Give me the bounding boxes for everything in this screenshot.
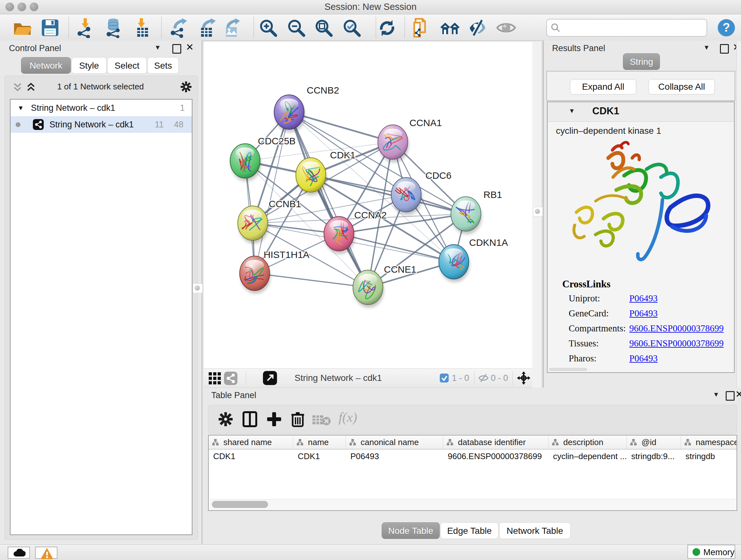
table-hscrollbar[interactable]	[209, 499, 736, 509]
network-node-CDC6[interactable]	[391, 178, 421, 212]
first-neighbors-icon[interactable]	[411, 17, 431, 38]
node-table[interactable]: shared namenamecanonical namedatabase id…	[208, 435, 737, 511]
titlebar: Session: New Session	[0, 0, 741, 14]
table-cell[interactable]: cyclin–dependent ...	[549, 449, 627, 463]
collapse-all-networks-icon[interactable]	[12, 82, 23, 93]
panel-float-icon[interactable]	[172, 44, 181, 54]
import-network-database-icon[interactable]	[104, 17, 124, 38]
hide-selected-eye-slash-icon[interactable]	[468, 17, 488, 38]
zoom-selected-icon[interactable]	[341, 17, 362, 38]
panel-menu-caret-icon[interactable]: ▾	[704, 43, 709, 52]
search-input[interactable]	[546, 19, 707, 37]
show-all-eye-icon[interactable]	[496, 17, 516, 38]
column-header-sharedname[interactable]: shared name	[209, 435, 293, 449]
network-node-CCNB2[interactable]	[274, 95, 304, 129]
network-node-CDC25B[interactable]	[230, 144, 260, 178]
crosslink-value-link[interactable]: P06493	[629, 353, 658, 364]
tab-node-table[interactable]: Node Table	[382, 522, 440, 539]
table-hscrollbar-thumb[interactable]	[212, 501, 268, 508]
column-header-databaseidentifier[interactable]: database identifier	[443, 435, 549, 449]
tree-expand-caret-icon[interactable]: ▼	[17, 100, 24, 116]
left-splitter-handle[interactable]	[193, 284, 202, 293]
table-settings-gear-icon[interactable]	[217, 411, 234, 428]
cloud-status-button[interactable]	[8, 547, 30, 559]
column-header-name[interactable]: name	[293, 435, 346, 449]
string-network-icon	[33, 119, 44, 130]
table-cell[interactable]: 9606.ENSP00000378699	[443, 449, 549, 463]
gene-card-header[interactable]: ▼ CDK1	[548, 102, 734, 122]
network-node-RB1[interactable]	[451, 197, 481, 231]
help-button[interactable]: ?	[717, 18, 737, 39]
selected-checkbox-icon[interactable]	[440, 374, 449, 382]
tab-string[interactable]: String	[623, 53, 660, 70]
tab-sets[interactable]: Sets	[147, 57, 179, 74]
tab-style[interactable]: Style	[71, 57, 107, 74]
network-node-CCNA1[interactable]	[378, 125, 408, 159]
pan-crosshair-icon[interactable]	[517, 371, 530, 385]
panel-close-icon[interactable]: ✕	[735, 388, 741, 400]
column-header-id[interactable]: @id	[627, 435, 681, 449]
column-header-namespace[interactable]: namespace	[681, 435, 737, 449]
panel-menu-caret-icon[interactable]: ▾	[714, 390, 718, 399]
expand-all-button[interactable]: Expand All	[570, 79, 636, 95]
crosslink-value-link[interactable]: P06493	[629, 308, 658, 319]
table-cell[interactable]: stringdb:9...	[627, 449, 681, 463]
current-network-indicator	[16, 122, 20, 127]
import-table-file-icon[interactable]	[132, 17, 152, 38]
export-network-file-icon[interactable]	[169, 17, 189, 38]
gene-collapse-caret-icon[interactable]: ▼	[569, 107, 575, 115]
network-node-HIST1H1A[interactable]	[240, 256, 270, 291]
network-node-CCNB1[interactable]	[238, 206, 268, 240]
birds-eye-grid-icon[interactable]	[209, 372, 221, 384]
open-in-window-icon[interactable]	[263, 371, 277, 385]
zoom-out-icon[interactable]	[286, 17, 307, 38]
table-cell[interactable]: stringdb	[681, 449, 737, 463]
crosslink-value-link[interactable]: 9606.ENSP00000378699	[629, 338, 724, 349]
tab-edge-table[interactable]: Edge Table	[441, 522, 498, 539]
column-header-canonicalname[interactable]: canonical name	[346, 435, 443, 449]
string-network-graph[interactable]: CCNB2CCNA1CDC25BCDK1CDC6RB1CCNB1CCNA2CDK…	[204, 42, 532, 368]
delete-column-trash-icon[interactable]	[289, 411, 306, 428]
memory-button[interactable]: Memory	[687, 545, 735, 559]
export-table-file-icon[interactable]	[197, 17, 217, 38]
zoom-in-icon[interactable]	[258, 17, 278, 38]
network-collection-row[interactable]: ▼ String Network – cdk1 1	[10, 100, 192, 116]
right-splitter-handle[interactable]	[533, 207, 542, 216]
network-node-CCNE1[interactable]	[353, 270, 383, 305]
results-hscrollbar[interactable]	[549, 368, 587, 371]
tab-select[interactable]: Select	[107, 57, 147, 74]
zoom-fit-icon[interactable]	[313, 17, 334, 38]
home-string-icon[interactable]	[440, 17, 460, 38]
panel-menu-caret-icon[interactable]: ▾	[156, 43, 159, 52]
tab-network[interactable]: Network	[21, 57, 71, 74]
panel-close-icon[interactable]: ✕	[186, 42, 194, 53]
save-session-button[interactable]	[40, 17, 60, 38]
tab-network-table[interactable]: Network Table	[499, 522, 570, 539]
table-cell[interactable]: CDK1	[293, 449, 346, 463]
network-node-CDKN1A[interactable]	[439, 245, 469, 279]
export-image-icon[interactable]	[221, 17, 242, 38]
network-node-CDK1[interactable]	[296, 158, 326, 192]
crosslink-value-link[interactable]: 9606.ENSP00000378699	[629, 323, 724, 334]
table-row[interactable]: CDK1CDK1P064939606.ENSP00000378699cyclin…	[209, 449, 737, 463]
add-column-plus-icon[interactable]	[266, 411, 282, 428]
crosslink-value-link[interactable]: P06493	[629, 293, 658, 304]
network-options-gear-icon[interactable]	[180, 80, 192, 93]
show-columns-icon[interactable]	[242, 411, 258, 428]
collapse-all-button[interactable]: Collapse All	[649, 79, 715, 95]
network-view-canvas[interactable]: CCNB2CCNA1CDC25BCDK1CDC6RB1CCNB1CCNA2CDK…	[204, 42, 532, 368]
panel-float-icon[interactable]	[726, 391, 735, 401]
column-header-description[interactable]: description	[549, 435, 627, 449]
table-cell[interactable]: P06493	[346, 449, 443, 463]
import-network-file-icon[interactable]	[75, 17, 96, 38]
network-row-selected[interactable]: String Network – cdk1 11 48	[10, 116, 192, 133]
selected-counts: 1 - 0	[452, 369, 469, 387]
warning-status-button[interactable]	[35, 547, 57, 559]
table-cell[interactable]: CDK1	[209, 449, 293, 463]
network-share-icon[interactable]	[224, 372, 238, 385]
open-session-button[interactable]	[12, 17, 32, 38]
gene-description: cyclin–dependent kinase 1	[556, 126, 661, 136]
refresh-icon[interactable]	[377, 17, 397, 38]
network-node-CCNA2[interactable]	[324, 216, 354, 251]
panel-float-icon[interactable]	[720, 44, 729, 54]
